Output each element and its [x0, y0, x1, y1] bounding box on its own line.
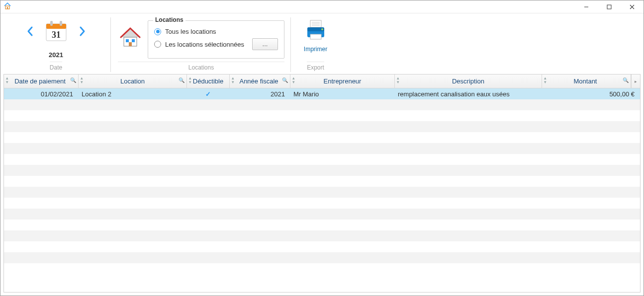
radio-all-label: Tous les locations	[165, 28, 216, 35]
house-icon	[118, 24, 143, 51]
svg-rect-13	[132, 39, 135, 42]
col-header-fiscal[interactable]: ▴▾Année fiscale🔍	[230, 74, 290, 88]
print-button[interactable]: Imprimer	[303, 17, 328, 59]
table-row[interactable]	[4, 154, 640, 165]
close-button[interactable]	[621, 0, 644, 13]
cell-entrepreneur: Mr Mario	[290, 90, 395, 98]
prev-year-button[interactable]	[24, 21, 36, 42]
locations-legend: Locations	[153, 16, 185, 23]
col-header-description[interactable]: ▴▾Description	[395, 74, 542, 88]
svg-rect-1	[7, 7, 8, 9]
svg-rect-12	[126, 39, 129, 42]
table-row[interactable]	[4, 176, 640, 187]
radio-selected-locations[interactable]: Les locations sélectionnées ...	[154, 38, 278, 50]
svg-rect-21	[310, 34, 321, 39]
svg-rect-3	[607, 5, 611, 9]
table-row[interactable]: 01/02/2021Location 2✓2021Mr Marioremplac…	[4, 88, 640, 99]
check-icon: ✓	[205, 90, 211, 98]
minimize-button[interactable]	[575, 0, 598, 13]
table-row[interactable]	[4, 220, 640, 230]
calendar-icon: 31	[43, 18, 69, 45]
radio-all-locations[interactable]: Tous les locations	[154, 28, 278, 35]
col-header-amount[interactable]: ▴▾Montant🔍	[542, 74, 631, 88]
svg-point-22	[321, 28, 323, 30]
data-grid: ▴▾Date de paiement🔍 ▴▾Location🔍 ▴▾Déduct…	[3, 74, 641, 293]
cell-fiscal: 2021	[230, 90, 290, 98]
table-row[interactable]	[4, 132, 640, 143]
print-label: Imprimer	[304, 46, 327, 53]
table-row[interactable]	[4, 187, 640, 198]
next-year-button[interactable]	[76, 21, 88, 42]
locations-fieldset: Locations Tous les locations Les locatio…	[148, 20, 284, 59]
app-window: 31 2021 Date	[0, 0, 644, 296]
table-row[interactable]	[4, 198, 640, 209]
group-caption-locations: Locations	[118, 62, 284, 72]
table-row[interactable]	[4, 121, 640, 132]
svg-text:31: 31	[52, 30, 61, 40]
radio-selected-label: Les locations sélectionnées	[165, 41, 244, 48]
group-caption-export: Export	[307, 62, 324, 72]
cell-deductible: ✓	[187, 90, 230, 98]
grid-body[interactable]: 01/02/2021Location 2✓2021Mr Marioremplac…	[4, 88, 640, 292]
col-header-location[interactable]: ▴▾Location🔍	[79, 74, 187, 88]
table-row[interactable]	[4, 165, 640, 176]
svg-rect-8	[50, 21, 53, 26]
table-row[interactable]	[4, 241, 640, 252]
printer-icon	[303, 17, 328, 44]
grid-header: ▴▾Date de paiement🔍 ▴▾Location🔍 ▴▾Déduct…	[4, 74, 640, 88]
group-caption-date: Date	[50, 62, 62, 72]
table-row[interactable]	[4, 263, 640, 274]
svg-rect-7	[46, 24, 66, 29]
table-row[interactable]	[4, 99, 640, 110]
toolbar-group-date: 31 2021 Date	[1, 17, 111, 72]
app-home-icon	[3, 2, 11, 11]
toolbar: 31 2021 Date	[0, 13, 644, 72]
table-row[interactable]	[4, 209, 640, 220]
table-row[interactable]	[4, 110, 640, 121]
col-header-date[interactable]: ▴▾Date de paiement🔍	[4, 74, 79, 88]
svg-rect-14	[129, 42, 132, 46]
select-locations-button[interactable]: ...	[252, 38, 278, 50]
cell-location: Location 2	[79, 90, 187, 98]
toolbar-group-locations: Locations Tous les locations Les locatio…	[112, 17, 291, 72]
titlebar	[0, 0, 644, 13]
radio-icon	[154, 28, 161, 35]
col-header-deductible[interactable]: ▴▾Déductible	[187, 74, 230, 88]
svg-rect-9	[60, 21, 62, 26]
toolbar-group-export: Imprimer Export	[292, 17, 339, 72]
cell-description: remplacement canalisation eaux usées	[395, 90, 542, 98]
cell-date: 01/02/2021	[4, 90, 79, 98]
year-label: 2021	[49, 51, 63, 59]
maximize-button[interactable]	[598, 0, 621, 13]
table-row[interactable]	[4, 143, 640, 154]
radio-icon	[154, 41, 161, 48]
table-row[interactable]	[4, 230, 640, 241]
col-header-entrepreneur[interactable]: ▴▾Entrepreneur	[290, 74, 395, 88]
table-row[interactable]	[4, 252, 640, 263]
col-header-corner[interactable]: ▸	[631, 74, 640, 88]
cell-amount: 500,00 €	[542, 90, 640, 98]
